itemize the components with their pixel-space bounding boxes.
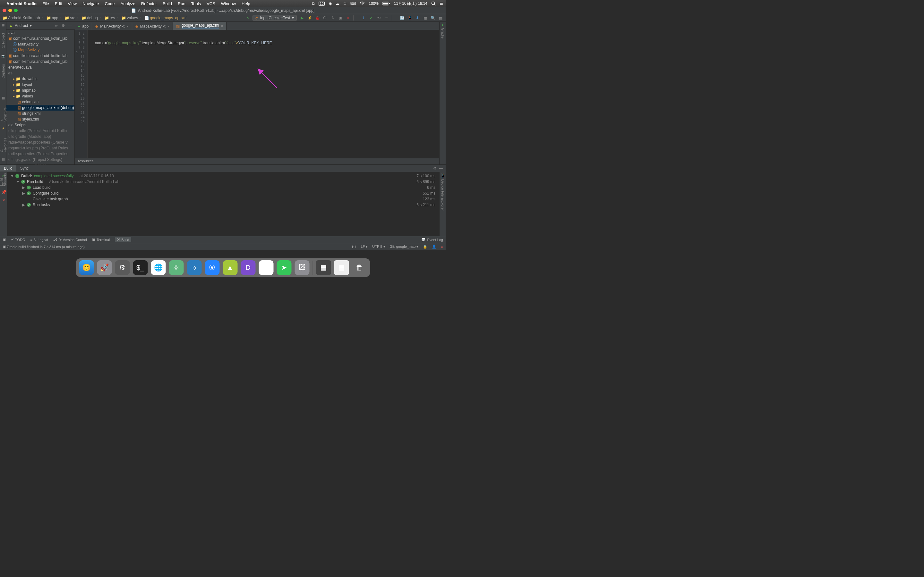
menu-file[interactable]: File — [42, 1, 49, 6]
git-branch[interactable]: Git: google_map ▾ — [390, 245, 419, 249]
gradle-tool-icon[interactable]: ● — [441, 23, 443, 27]
project-tree[interactable]: ava▣ com.ikemura.android_kotlin_labⓀ Mai… — [6, 30, 75, 164]
dock-app-circle[interactable]: ◯ — [258, 260, 273, 275]
dock-telegram[interactable]: ➤ — [276, 260, 291, 275]
run-button[interactable]: ▶ — [299, 15, 304, 21]
vcs-update-icon[interactable]: ⤓ — [361, 15, 366, 21]
stop-icon[interactable]: ▣ — [338, 15, 343, 21]
right-strip-device[interactable]: Device File Explorer — [441, 179, 445, 211]
hide-icon[interactable]: — — [68, 23, 72, 28]
tree-row[interactable]: ▣ com.ikemura.android_kotlin_lab — [6, 53, 74, 59]
tab-maps-activity[interactable]: ◆MapsActivity.kt× — [132, 23, 173, 30]
inspection-icon[interactable]: 👤 — [432, 245, 436, 249]
favorites-label[interactable]: 2: Favorites — [0, 135, 7, 152]
tree-row[interactable]: ava — [6, 30, 74, 35]
todo-tool[interactable]: ✔TODO — [11, 237, 25, 242]
project-scope-selector[interactable]: ▲ Android ▾ — [9, 23, 32, 28]
attach-icon[interactable]: ⇩ — [330, 15, 335, 21]
tree-row[interactable]: ▣ com.ikemura.android_kotlin_lab — [6, 59, 74, 64]
event-log-tool[interactable]: 💬Event Log — [421, 237, 443, 242]
close-icon[interactable]: ✕ — [2, 198, 5, 203]
tree-row[interactable]: ocal.properties (SDK Location) — [6, 163, 74, 164]
tab-main-activity[interactable]: ◆MainActivity.kt× — [92, 23, 132, 30]
error-indicator-icon[interactable]: ● — [441, 245, 443, 249]
tray-icon-2[interactable]: ⊃ — [343, 1, 347, 6]
close-icon[interactable]: × — [221, 24, 223, 28]
editor-breadcrumb[interactable]: resources — [75, 158, 439, 164]
dock-app-purple[interactable]: D — [241, 260, 255, 275]
logcat-tool[interactable]: ≡6: Logcat — [31, 238, 48, 242]
menu-window[interactable]: Window — [221, 1, 236, 6]
sdk-icon[interactable]: ⬇ — [415, 15, 420, 21]
dock-preview[interactable]: 🖼 — [294, 260, 309, 275]
code-area[interactable]: name="google_maps_key" templateMergeStra… — [87, 30, 439, 158]
close-icon[interactable]: × — [126, 24, 128, 28]
breadcrumb[interactable]: 📁 Android-Kotlin-Lab〉 📁 app〉 📁 src〉 📁 de… — [3, 15, 187, 21]
crumb-2[interactable]: src — [70, 16, 75, 20]
dock-android-studio[interactable]: ▲ — [223, 260, 237, 275]
wifi-icon[interactable] — [360, 2, 365, 5]
tree-row[interactable]: ▧ colors.xml — [6, 99, 74, 105]
battery-icon[interactable] — [383, 2, 390, 5]
build-item[interactable]: Calculate task graph123 ms — [10, 196, 437, 202]
vcs-tool[interactable]: ⎇9: Version Control — [53, 237, 87, 242]
tree-row[interactable]: Ⓚ MapsActivity — [6, 47, 74, 53]
sync-icon[interactable]: 🔄 — [399, 15, 405, 21]
left-strip-project[interactable]: 1: Project — [1, 33, 5, 48]
variants-icon[interactable]: ▦ — [2, 157, 5, 161]
collapse-icon[interactable]: ⇤ — [55, 23, 58, 28]
structure-label[interactable]: 7: Structure — [0, 105, 7, 121]
crumb-1[interactable]: app — [52, 16, 58, 20]
crumb-4[interactable]: res — [110, 16, 115, 20]
tree-row[interactable]: eneratedJava — [6, 64, 74, 70]
menu-tools[interactable]: Tools — [191, 1, 201, 6]
build-root[interactable]: ▼✓ Build: completed successfully at 2018… — [10, 173, 437, 179]
tree-row[interactable]: ettings.gradle (Project Settings) — [6, 157, 74, 163]
crumb-5[interactable]: values — [127, 16, 138, 20]
gear-icon[interactable]: ⚙ — [61, 23, 65, 28]
menu-refactor[interactable]: Refactor — [141, 1, 157, 6]
tree-row[interactable]: roguard-rules.pro (ProGuard Rules — [6, 145, 74, 151]
dock-vscode[interactable]: ⟐ — [187, 260, 202, 275]
debug-button[interactable]: 🐞 — [315, 15, 320, 21]
build-output-tree[interactable]: ▼✓ Build: completed successfully at 2018… — [8, 172, 439, 236]
right-strip-gradle[interactable]: Gradle — [441, 28, 445, 39]
menu-build[interactable]: Build — [163, 1, 172, 6]
dock-settings[interactable]: ⚙ — [115, 260, 129, 275]
build-tab-sync[interactable]: Sync — [16, 165, 33, 171]
build-item[interactable]: ▼✓ Run build /Users/k_ikemura/dev/Androi… — [10, 179, 437, 185]
vcs-revert-icon[interactable]: ↶ — [384, 15, 389, 21]
tree-row[interactable]: es — [6, 70, 74, 76]
caret-pos[interactable]: 1:1 — [351, 245, 356, 249]
menu-code[interactable]: Code — [105, 1, 115, 6]
terminal-tool[interactable]: ▣Terminal — [92, 237, 110, 242]
menu-app-name[interactable]: Android Studio — [6, 1, 37, 6]
search-icon[interactable]: 🔍 — [430, 15, 435, 21]
back-nav-icon[interactable]: ↖ — [247, 16, 250, 20]
tree-row[interactable]: ▧ styles.xml — [6, 116, 74, 122]
encoding[interactable]: UTF-8 ▾ — [372, 245, 385, 249]
tree-row[interactable]: ▸ 📁 mipmap — [6, 87, 74, 93]
dock-folder-1[interactable]: ▦ — [316, 260, 331, 275]
dock-terminal[interactable]: $_ — [133, 260, 148, 275]
keyboard-icon[interactable]: ⌨ — [351, 1, 356, 6]
tree-row[interactable]: ▧ google_maps_api.xml (debug) — [6, 105, 74, 111]
tree-row[interactable]: uild.gradle (Module: app) — [6, 134, 74, 139]
crumb-3[interactable]: debug — [87, 16, 97, 20]
settings-icon[interactable]: ▦ — [438, 15, 443, 21]
apply-changes-icon[interactable]: ⚡ — [307, 15, 312, 21]
run-config-selector[interactable]: ⬘ InputCheckerTest ▾ — [252, 15, 297, 21]
status-icon[interactable]: ▣ — [3, 245, 6, 249]
menu-analyze[interactable]: Analyze — [121, 1, 136, 6]
build-tool[interactable]: ⚒Build — [115, 237, 131, 242]
dock-folder-2[interactable]: ▤ — [334, 260, 349, 275]
captures-tool-icon[interactable]: 📷 — [1, 54, 5, 58]
window-close-button[interactable] — [3, 9, 6, 12]
tree-row[interactable]: ▸ 📁 values — [6, 93, 74, 99]
stop-red-icon[interactable]: ■ — [346, 15, 351, 21]
star-icon[interactable]: ★ — [2, 127, 5, 130]
device-explorer-icon[interactable]: 📱 — [440, 173, 445, 178]
tree-row[interactable]: ▸ 📁 layout — [6, 82, 74, 87]
tray-icon-1[interactable]: ◉ — [328, 1, 332, 6]
crumb-0[interactable]: Android-Kotlin-Lab — [8, 16, 40, 20]
